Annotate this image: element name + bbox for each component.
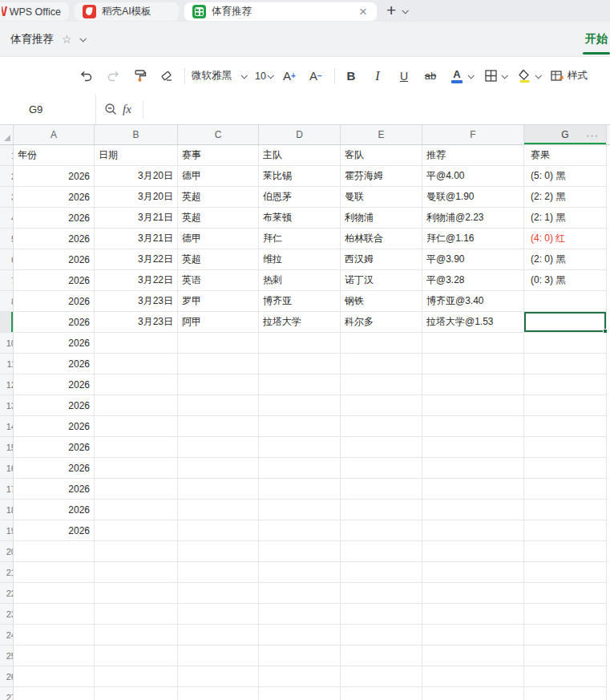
cell-A18[interactable]: 2026	[14, 500, 95, 520]
cell-B21[interactable]	[95, 562, 178, 583]
cell-C16[interactable]	[178, 458, 259, 479]
cell-E3[interactable]: 曼联	[341, 187, 422, 208]
cell-E19[interactable]	[341, 520, 422, 541]
cell-A5[interactable]: 2026	[14, 229, 95, 249]
cell-A14[interactable]: 2026	[14, 416, 95, 437]
insert-function-button[interactable]: fx	[123, 103, 131, 116]
row-header-18[interactable]: 18	[0, 500, 14, 520]
cell-G11[interactable]	[524, 354, 607, 374]
cell-D13[interactable]	[259, 395, 341, 416]
cell-B23[interactable]	[95, 604, 178, 625]
column-header-A[interactable]: A	[14, 125, 95, 144]
cell-E9[interactable]: 科尔多	[341, 312, 422, 333]
cell-E17[interactable]	[341, 479, 422, 500]
cell-E23[interactable]	[341, 604, 422, 625]
cell-G14[interactable]	[524, 416, 607, 437]
cell-E26[interactable]	[341, 666, 422, 687]
cell-B24[interactable]	[95, 625, 178, 645]
favorite-star-icon[interactable]: ☆	[62, 33, 72, 46]
row-header-22[interactable]: 22	[0, 583, 14, 604]
cell-B6[interactable]: 3月22日	[95, 249, 178, 270]
cell-E25[interactable]	[341, 645, 422, 666]
tab-list-chevron-icon[interactable]	[402, 7, 409, 14]
column-header-E[interactable]: E	[341, 125, 422, 144]
cell-E10[interactable]	[341, 333, 422, 354]
cell-C17[interactable]	[178, 479, 259, 500]
cell-C25[interactable]	[178, 645, 259, 666]
italic-button[interactable]: I	[368, 65, 387, 87]
eraser-button[interactable]	[156, 65, 176, 87]
cell-F15[interactable]	[422, 437, 524, 458]
cell-C3[interactable]: 英超	[178, 187, 259, 208]
close-tab-icon[interactable]: ×	[358, 5, 369, 18]
underline-button[interactable]: U	[394, 65, 414, 87]
cell-E7[interactable]: 诺丁汉	[341, 270, 422, 291]
cell-C7[interactable]: 英语	[178, 270, 259, 291]
cell-A12[interactable]: 2026	[14, 374, 95, 395]
row-header-9[interactable]: 9	[0, 312, 14, 333]
cell-F21[interactable]	[422, 562, 524, 583]
cell-A13[interactable]: 2026	[14, 395, 95, 416]
cell-C15[interactable]	[178, 437, 259, 458]
cell-D23[interactable]	[259, 604, 341, 625]
cell-G7[interactable]: (0: 3) 黑	[524, 270, 607, 291]
row-header-3[interactable]: 3	[0, 187, 14, 208]
cell-B11[interactable]	[95, 354, 178, 374]
cell-F25[interactable]	[422, 645, 524, 666]
cell-F6[interactable]: 平@3.90	[422, 249, 524, 270]
row-header-21[interactable]: 21	[0, 562, 14, 583]
column-header-D[interactable]: D	[259, 125, 341, 144]
decrease-font-button[interactable]: A−	[306, 65, 325, 87]
cell-F10[interactable]	[422, 333, 524, 354]
row-header-2[interactable]: 2	[0, 166, 14, 187]
cell-E4[interactable]: 利物浦	[341, 208, 422, 229]
cell-C23[interactable]	[178, 604, 259, 625]
cell-A8[interactable]: 2026	[14, 291, 95, 312]
cell-G24[interactable]	[524, 625, 607, 645]
cell-E27[interactable]	[341, 687, 422, 700]
row-header-13[interactable]: 13	[0, 395, 14, 416]
cell-F8[interactable]: 博齐亚@3.40	[422, 291, 524, 312]
cell-A23[interactable]	[14, 604, 95, 625]
cell-C10[interactable]	[178, 333, 259, 354]
row-header-12[interactable]: 12	[0, 374, 14, 395]
cell-F1[interactable]: 推荐	[422, 145, 524, 166]
cell-G4[interactable]: (2: 1) 黑	[524, 208, 607, 229]
tab-sports-sheet[interactable]: 体育推荐 ×	[184, 2, 377, 21]
row-header-16[interactable]: 16	[0, 458, 14, 479]
cell-E16[interactable]	[341, 458, 422, 479]
cell-B10[interactable]	[95, 333, 178, 354]
cell-B2[interactable]: 3月20日	[95, 166, 178, 187]
cell-C13[interactable]	[178, 395, 259, 416]
cell-A11[interactable]: 2026	[14, 354, 95, 374]
name-box[interactable]: G9	[0, 95, 96, 124]
row-header-5[interactable]: 5	[0, 229, 14, 249]
cell-C11[interactable]	[178, 354, 259, 374]
cell-A1[interactable]: 年份	[14, 145, 95, 166]
cell-B22[interactable]	[95, 583, 178, 604]
cell-C20[interactable]	[178, 541, 259, 562]
font-size-select[interactable]: 10	[253, 65, 273, 87]
cell-G22[interactable]	[524, 583, 607, 604]
cell-C4[interactable]: 英超	[178, 208, 259, 229]
cell-F3[interactable]: 曼联@1.90	[422, 187, 524, 208]
row-header-7[interactable]: 7	[0, 270, 14, 291]
new-tab-button[interactable]: +	[377, 1, 402, 22]
row-header-17[interactable]: 17	[0, 479, 14, 500]
row-header-23[interactable]: 23	[0, 604, 14, 625]
increase-font-button[interactable]: A+	[280, 65, 299, 87]
cell-G3[interactable]: (2: 2) 黑	[524, 187, 607, 208]
cell-D18[interactable]	[259, 500, 341, 520]
row-header-27[interactable]: 27	[0, 687, 14, 700]
cell-B12[interactable]	[95, 374, 178, 395]
select-all-corner[interactable]	[0, 125, 14, 144]
cell-D2[interactable]: 莱比锡	[259, 166, 341, 187]
cell-B26[interactable]	[95, 666, 178, 687]
row-header-14[interactable]: 14	[0, 416, 14, 437]
font-color-chevron-icon[interactable]	[467, 72, 474, 79]
cell-C8[interactable]: 罗甲	[178, 291, 259, 312]
cell-B13[interactable]	[95, 395, 178, 416]
cell-B18[interactable]	[95, 500, 178, 520]
cell-B19[interactable]	[95, 520, 178, 541]
cell-E12[interactable]	[341, 374, 422, 395]
